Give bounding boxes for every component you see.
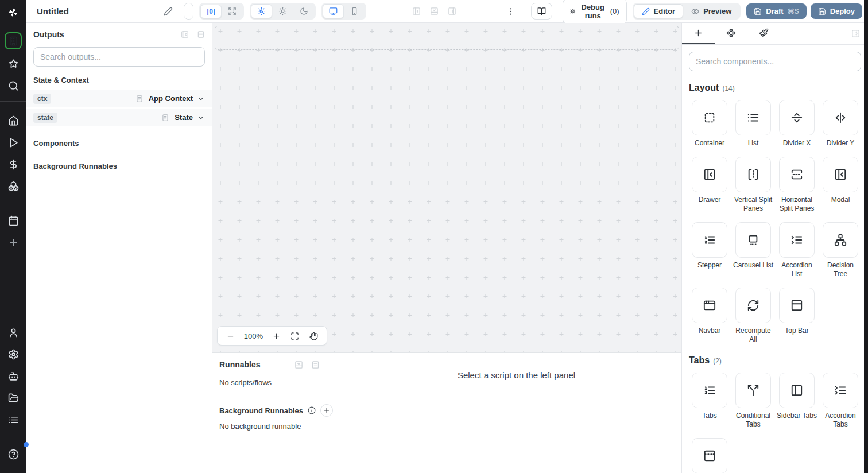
- theme-auto-toggle[interactable]: [251, 4, 272, 18]
- theme-light-toggle[interactable]: [272, 4, 293, 18]
- search-components-input[interactable]: [689, 52, 861, 71]
- plus-icon: [8, 237, 19, 248]
- sidebar-item-runs[interactable]: [0, 131, 26, 153]
- more-menu-button[interactable]: [503, 4, 518, 19]
- component-card[interactable]: [823, 222, 858, 258]
- component-label: Horizontal Split Panes: [776, 196, 817, 213]
- add-background-runnable-button[interactable]: [320, 404, 333, 417]
- draft-button[interactable]: Draft ⌘S: [746, 3, 806, 19]
- theme-dark-toggle[interactable]: [293, 4, 315, 18]
- sidebar-item-schedules[interactable]: [0, 210, 26, 231]
- component-card[interactable]: [735, 222, 771, 258]
- panel-left-close-icon[interactable]: [181, 30, 189, 38]
- debug-runs-button[interactable]: Debug runs (0): [563, 0, 626, 24]
- panel-bottom-close-icon[interactable]: [430, 7, 439, 15]
- panel-left-close-icon[interactable]: [412, 7, 421, 15]
- sidebar-item-user[interactable]: [0, 321, 26, 343]
- component-card[interactable]: [779, 222, 815, 258]
- component-item: Accordion List: [776, 222, 817, 278]
- panel-right-close-icon[interactable]: [448, 7, 456, 15]
- component-card[interactable]: [692, 288, 727, 323]
- tab-insert-component[interactable]: [682, 23, 715, 44]
- sidebar-item-apps[interactable]: [5, 32, 22, 49]
- component-item: Divider Y: [820, 100, 861, 148]
- component-item: Decision Tree: [820, 222, 861, 278]
- deploy-button[interactable]: Deploy: [811, 3, 862, 19]
- background-runnables-heading: Background Runnables: [26, 162, 212, 170]
- expand-canvas-toggle[interactable]: [222, 4, 243, 18]
- output-row-ctx[interactable]: ctx App Context: [26, 90, 212, 107]
- split-vertical-icon: [747, 168, 760, 181]
- component-card[interactable]: [779, 288, 815, 323]
- component-card[interactable]: [692, 438, 727, 473]
- divider-x-icon: [790, 111, 803, 124]
- rename-app-button[interactable]: [161, 4, 176, 19]
- sidebar-item-settings[interactable]: [0, 343, 26, 365]
- zoom-in-button[interactable]: [271, 331, 282, 342]
- boxes-icon: [8, 181, 19, 192]
- tab-editor[interactable]: Editor: [634, 4, 684, 18]
- component-card[interactable]: [779, 100, 815, 135]
- component-label: Divider Y: [827, 139, 854, 148]
- sidebar-item-favorites[interactable]: [0, 53, 26, 75]
- sidebar-item-search[interactable]: [0, 75, 26, 96]
- state-context-heading: State & Context: [26, 76, 212, 84]
- output-row-state[interactable]: state State: [26, 109, 212, 126]
- sidebar-item-folders[interactable]: [0, 387, 26, 409]
- mobile-view-toggle[interactable]: [344, 4, 365, 18]
- tab-preview[interactable]: Preview: [683, 4, 739, 18]
- sidebar-item-add[interactable]: [0, 231, 26, 253]
- component-item: Divider X: [776, 100, 817, 148]
- component-label: Modal: [831, 196, 850, 204]
- panel-doc-icon[interactable]: [197, 30, 205, 38]
- pixel-perfect-toggle[interactable]: |0|: [200, 5, 222, 18]
- component-card[interactable]: [823, 157, 858, 192]
- desktop-view-toggle[interactable]: [323, 4, 344, 18]
- component-card[interactable]: [779, 373, 815, 408]
- app-title: Untitled: [37, 6, 69, 16]
- component-card[interactable]: [823, 100, 858, 135]
- windmill-logo[interactable]: [0, 0, 26, 25]
- component-card[interactable]: [823, 373, 858, 408]
- component-card[interactable]: [692, 100, 727, 135]
- component-card[interactable]: [735, 157, 771, 192]
- docs-button[interactable]: [531, 3, 552, 20]
- play-icon: [8, 137, 19, 148]
- panel-bottom-close-icon[interactable]: [294, 360, 303, 369]
- component-card[interactable]: [735, 100, 771, 135]
- components-heading: Components: [26, 139, 212, 148]
- fit-view-button[interactable]: [289, 331, 300, 342]
- panel-doc-icon[interactable]: [311, 360, 320, 369]
- component-card[interactable]: [692, 373, 727, 408]
- sidebar-item-resources[interactable]: [0, 175, 26, 197]
- undo-button[interactable]: [184, 3, 194, 19]
- component-card[interactable]: [692, 157, 727, 192]
- component-item: Container: [689, 100, 730, 148]
- component-label: Drawer: [699, 196, 721, 204]
- sidebar-item-logs[interactable]: [0, 409, 26, 431]
- sidebar-item-home[interactable]: [0, 110, 26, 131]
- component-label: Tabs: [702, 412, 716, 420]
- kebab-icon: [506, 7, 516, 16]
- topbar: Untitled |0|: [26, 0, 868, 23]
- tab-component-settings[interactable]: [715, 23, 747, 44]
- sidebar-item-help[interactable]: [0, 443, 26, 465]
- sidebar-item-variables[interactable]: [0, 153, 26, 175]
- gear-icon: [8, 349, 19, 360]
- component-label: List: [748, 139, 759, 148]
- component-item: Sidebar Tabs: [776, 373, 817, 429]
- pan-mode-button[interactable]: [308, 331, 319, 342]
- component-card[interactable]: [779, 157, 815, 192]
- output-badge: ctx: [33, 94, 51, 104]
- empty-grid-dropzone[interactable]: [215, 26, 679, 50]
- zoom-out-button[interactable]: [225, 331, 236, 342]
- app-canvas[interactable]: 100%: [212, 23, 681, 352]
- component-card[interactable]: [692, 222, 727, 258]
- component-sections: Layout (14) Container List Divider X Div…: [689, 83, 861, 473]
- search-outputs-input[interactable]: [33, 47, 205, 67]
- component-card[interactable]: [735, 373, 771, 408]
- component-card[interactable]: [735, 288, 771, 323]
- paintbrush-icon: [759, 28, 769, 38]
- sidebar-item-workers[interactable]: [0, 365, 26, 387]
- tab-styling[interactable]: [747, 23, 780, 44]
